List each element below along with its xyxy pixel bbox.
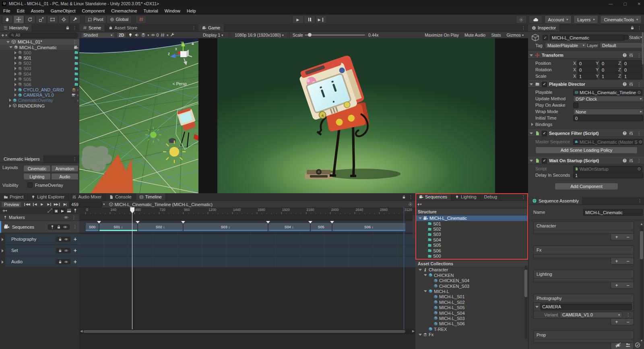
track-header-set[interactable]: Set+ bbox=[0, 245, 79, 256]
sequence-item-s00[interactable]: S00 bbox=[415, 253, 528, 258]
sequence-item-s02[interactable]: S02 bbox=[415, 226, 528, 231]
assembly-scroll-down-arrow[interactable]: ▼ bbox=[640, 339, 643, 343]
track-lane-set[interactable] bbox=[79, 245, 415, 256]
projection-label[interactable]: < Persp bbox=[173, 82, 187, 86]
transform-scale-x-field[interactable]: 1 bbox=[577, 73, 597, 79]
scene-menu-icon[interactable]: ⋮ bbox=[71, 39, 78, 45]
sequence-playable-icon[interactable] bbox=[74, 82, 78, 87]
assets-scrollbar[interactable] bbox=[524, 266, 527, 339]
sequence-marker[interactable] bbox=[266, 221, 270, 223]
hierarchy-item[interactable]: S00 bbox=[0, 50, 79, 55]
prefab-chevron-icon[interactable]: › bbox=[77, 93, 78, 97]
eye-icon[interactable] bbox=[64, 237, 68, 242]
scene-viewport[interactable]: y x z < Persp bbox=[79, 38, 198, 193]
component-menu-icon[interactable]: ⋮ bbox=[635, 158, 643, 163]
timeline-clip-s06[interactable]: S06 ↓ bbox=[332, 223, 406, 231]
transform-tool-button[interactable] bbox=[58, 15, 69, 24]
tab-sequences[interactable]: Sequences bbox=[415, 193, 451, 200]
prev-frame-button[interactable]: ❙◀ bbox=[30, 202, 38, 207]
layer-dropdown[interactable]: Default▾ bbox=[600, 42, 644, 48]
layout-lighting-button[interactable]: Lighting bbox=[23, 173, 51, 180]
asset-item[interactable]: T-REX bbox=[415, 326, 528, 332]
sequence-marker[interactable] bbox=[181, 221, 185, 223]
tab-debug[interactable]: Debug bbox=[481, 193, 501, 200]
timeline-clip-s02[interactable]: S02 ↓ bbox=[138, 223, 183, 231]
asset-item[interactable]: MICH-L_S01 bbox=[415, 294, 528, 299]
preview-toggle[interactable]: Preview bbox=[1, 201, 22, 208]
frame-field-caret[interactable]: ▾ bbox=[103, 202, 105, 206]
hierarchy-item[interactable]: S04 bbox=[0, 71, 79, 76]
tab-scene[interactable]: Scene bbox=[79, 24, 105, 31]
next-frame-button[interactable]: ▶❙ bbox=[45, 202, 53, 207]
transform-rotation-x-field[interactable]: 0 bbox=[577, 67, 597, 73]
pin-icon[interactable] bbox=[50, 225, 55, 229]
track-header-audio[interactable]: Audio+ bbox=[0, 256, 79, 267]
assembly-asset-field[interactable]: CAMERA bbox=[540, 304, 632, 310]
cloud-icon[interactable] bbox=[529, 15, 543, 24]
fx-caret[interactable]: ▾ bbox=[147, 33, 149, 37]
markers-row-label[interactable]: Markers bbox=[9, 215, 25, 220]
maximize-button[interactable]: ▢ bbox=[623, 2, 627, 6]
section-add-button[interactable]: + bbox=[611, 282, 622, 288]
scene-audio-icon[interactable] bbox=[134, 33, 139, 37]
track-lane-photography[interactable] bbox=[79, 234, 415, 245]
sequence-item-s06[interactable]: S06 bbox=[415, 248, 528, 253]
variant-menu-icon[interactable]: ⋮ bbox=[624, 312, 632, 318]
lock-icon[interactable] bbox=[630, 25, 635, 30]
presets-icon[interactable] bbox=[629, 53, 634, 58]
global-toggle[interactable]: Global bbox=[107, 15, 132, 24]
section-add-button[interactable]: + bbox=[611, 258, 622, 264]
timeline-hscroll-thumb[interactable] bbox=[83, 330, 405, 333]
assembly-scroll-up-arrow[interactable]: ▲ bbox=[640, 222, 643, 226]
goto-end-button[interactable]: ▶▶❙ bbox=[53, 202, 61, 207]
hierarchy-item[interactable]: S06 bbox=[0, 82, 79, 87]
inspector-scroll-thumb[interactable] bbox=[642, 32, 644, 64]
rotate-tool-button[interactable] bbox=[25, 15, 35, 24]
help-icon[interactable] bbox=[622, 158, 627, 163]
asset-item[interactable]: MICH-L_S05 bbox=[415, 305, 528, 310]
search-input[interactable]: All bbox=[8, 33, 78, 38]
component-menu-icon[interactable]: ⋮ bbox=[635, 82, 643, 87]
panel-menu-icon[interactable]: ⋮ bbox=[71, 25, 78, 31]
menu-gameobject[interactable]: GameObject bbox=[47, 7, 79, 14]
check-status-icon[interactable] bbox=[635, 342, 640, 348]
hierarchy-item[interactable]: S05 bbox=[0, 76, 79, 82]
minimize-button[interactable]: — bbox=[609, 2, 613, 6]
tab-cinematic-helpers[interactable]: Cinematic Helpers bbox=[0, 155, 44, 163]
add-scene-loading-policy-button[interactable]: Add Scene Loading Policy bbox=[535, 147, 638, 154]
sequence-marker[interactable] bbox=[308, 221, 312, 223]
help-icon[interactable] bbox=[622, 82, 627, 87]
rect-tool-button[interactable] bbox=[47, 15, 58, 24]
close-button[interactable]: ✕ bbox=[638, 2, 641, 6]
assembly-section-header[interactable]: Lighting bbox=[533, 270, 634, 279]
scroll-left-arrow[interactable]: ◀ bbox=[80, 329, 83, 333]
tab-light-explorer[interactable]: Light Explorer bbox=[27, 193, 68, 200]
debugger-status-icon[interactable] bbox=[615, 342, 621, 348]
curves-toggle-icon[interactable] bbox=[47, 208, 52, 213]
tab-game[interactable]: Game bbox=[198, 24, 224, 31]
add-clip-button[interactable]: + bbox=[74, 258, 77, 265]
timeline-breadcrumb[interactable]: MICH-L_Cinematic_Timeline (MICH-L_Cinema… bbox=[114, 202, 212, 207]
sequence-item-s04[interactable]: S04 bbox=[415, 237, 528, 242]
move-tool-button[interactable] bbox=[13, 15, 24, 24]
sequence-root-row[interactable]: MICH-L_Cinematic bbox=[415, 215, 528, 221]
asset-item[interactable]: MICH-L_S03 bbox=[415, 316, 528, 321]
grid-snapping-button[interactable] bbox=[136, 15, 147, 24]
panel-menu-icon[interactable]: ⋮ bbox=[636, 198, 644, 204]
sequence-playable-icon[interactable] bbox=[74, 66, 78, 71]
section-remove-button[interactable]: − bbox=[622, 282, 634, 288]
sequences-track-header[interactable]: Sequences ⋮ bbox=[0, 221, 80, 233]
timeline-vscrollbar[interactable] bbox=[413, 215, 415, 239]
panel-menu-icon[interactable]: ⋮ bbox=[520, 25, 527, 31]
timeline-clip-s00[interactable]: S00 bbox=[85, 223, 99, 231]
panel-menu-icon[interactable]: ⋮ bbox=[407, 194, 415, 200]
lock-icon[interactable] bbox=[402, 195, 406, 199]
transform-position-z-field[interactable]: 0 bbox=[622, 60, 642, 66]
asset-item[interactable]: MICH-L bbox=[415, 289, 528, 294]
add-clip-button[interactable]: + bbox=[74, 247, 77, 254]
static-checkbox[interactable] bbox=[624, 35, 628, 39]
tag-dropdown[interactable]: MasterPlayable▾ bbox=[545, 42, 587, 48]
clipmode-ripple-icon[interactable]: ▶ bbox=[60, 208, 65, 213]
assembly-name-field[interactable]: MICH-L_Cinematic bbox=[583, 209, 643, 216]
menu-tutorial[interactable]: Tutorial bbox=[140, 7, 161, 14]
